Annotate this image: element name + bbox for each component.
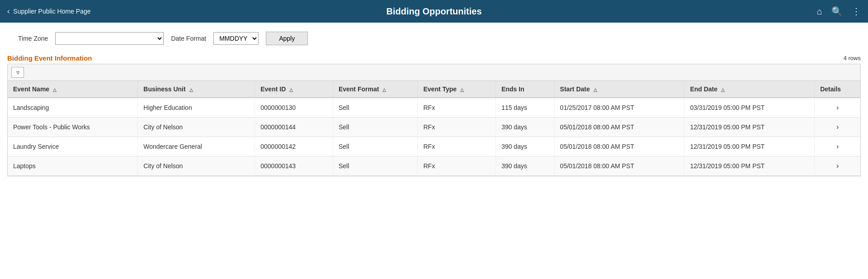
col-header-event-id[interactable]: Event ID △ xyxy=(255,81,333,98)
cell-end-date: 12/31/2019 05:00 PM PST xyxy=(684,156,815,176)
col-header-details: Details xyxy=(815,81,860,98)
timezone-select[interactable]: PST EST CST MST xyxy=(55,32,164,45)
cell-business-unit: City of Nelson xyxy=(138,118,255,137)
home-icon[interactable]: ⌂ xyxy=(817,6,822,17)
cell-event-type: RFx xyxy=(418,137,496,156)
cell-end-date: 03/31/2019 05:00 PM PST xyxy=(684,98,815,118)
sort-icon-start-date: △ xyxy=(594,87,597,92)
col-header-end-date[interactable]: End Date △ xyxy=(684,81,815,98)
dateformat-select[interactable]: MMDDYY DDMMYY YYMMDD xyxy=(213,32,259,45)
cell-start-date: 05/01/2018 08:00 AM PST xyxy=(554,118,684,137)
cell-event-format: Sell xyxy=(333,118,418,137)
sort-icon-end-date: △ xyxy=(721,87,725,92)
cell-ends-in: 390 days xyxy=(496,156,554,176)
details-arrow-icon[interactable]: › xyxy=(836,162,839,170)
cell-event-id: 0000000130 xyxy=(255,98,333,118)
col-header-event-format[interactable]: Event Format △ xyxy=(333,81,418,98)
back-nav[interactable]: ‹ Supplier Public Home Page xyxy=(7,7,91,15)
section-title: Bidding Event Information xyxy=(7,54,92,62)
sort-icon-event-name: △ xyxy=(53,87,57,92)
table-container: ▿ Event Name △ Business Unit △ Event ID … xyxy=(7,64,861,176)
sort-icon-business-unit: △ xyxy=(189,87,193,92)
details-arrow-icon[interactable]: › xyxy=(836,104,839,111)
table-header-row: Event Name △ Business Unit △ Event ID △ … xyxy=(8,81,860,98)
sort-icon-event-id: △ xyxy=(289,87,293,92)
cell-event-format: Sell xyxy=(333,137,418,156)
cell-event-id: 0000000142 xyxy=(255,137,333,156)
cell-end-date: 12/31/2019 05:00 PM PST xyxy=(684,137,815,156)
table-row: Laundry ServiceWondercare General0000000… xyxy=(8,137,860,156)
back-arrow-icon: ‹ xyxy=(7,7,9,15)
filter-icon: ▿ xyxy=(16,69,19,76)
cell-business-unit: Wondercare General xyxy=(138,137,255,156)
header-icons: ⌂ 🔍 ⋮ xyxy=(817,6,861,17)
back-label: Supplier Public Home Page xyxy=(13,8,90,15)
cell-ends-in: 390 days xyxy=(496,137,554,156)
details-arrow-icon[interactable]: › xyxy=(836,123,839,131)
timezone-label: Time Zone xyxy=(18,35,48,42)
details-arrow-icon[interactable]: › xyxy=(836,142,839,150)
page-title: Bidding Opportunities xyxy=(386,6,481,17)
cell-start-date: 05/01/2018 08:00 AM PST xyxy=(554,137,684,156)
table-row: LandscapingHigher Education0000000130Sel… xyxy=(8,98,860,118)
col-header-event-type[interactable]: Event Type △ xyxy=(418,81,496,98)
dateformat-label: Date Format xyxy=(171,35,206,42)
cell-details[interactable]: › xyxy=(815,118,860,137)
filter-row: ▿ xyxy=(8,64,860,81)
sort-icon-event-type: △ xyxy=(460,87,464,92)
cell-start-date: 05/01/2018 08:00 AM PST xyxy=(554,156,684,176)
cell-event-type: RFx xyxy=(418,118,496,137)
cell-event-name: Power Tools - Public Works xyxy=(8,118,138,137)
cell-event-type: RFx xyxy=(418,156,496,176)
cell-start-date: 01/25/2017 08:00 AM PST xyxy=(554,98,684,118)
cell-details[interactable]: › xyxy=(815,137,860,156)
cell-details[interactable]: › xyxy=(815,156,860,176)
search-icon[interactable]: 🔍 xyxy=(831,6,843,17)
toolbar: Time Zone PST EST CST MST Date Format MM… xyxy=(0,23,868,52)
cell-event-format: Sell xyxy=(333,98,418,118)
header: ‹ Supplier Public Home Page Bidding Oppo… xyxy=(0,0,868,23)
row-count: 4 rows xyxy=(844,55,861,61)
more-menu-icon[interactable]: ⋮ xyxy=(852,6,861,17)
bidding-table: Event Name △ Business Unit △ Event ID △ … xyxy=(8,81,860,176)
cell-event-id: 0000000144 xyxy=(255,118,333,137)
cell-end-date: 12/31/2019 05:00 PM PST xyxy=(684,118,815,137)
cell-event-format: Sell xyxy=(333,156,418,176)
cell-event-name: Landscaping xyxy=(8,98,138,118)
col-header-ends-in: Ends In xyxy=(496,81,554,98)
cell-business-unit: Higher Education xyxy=(138,98,255,118)
cell-event-type: RFx xyxy=(418,98,496,118)
apply-button[interactable]: Apply xyxy=(266,32,308,45)
cell-details[interactable]: › xyxy=(815,98,860,118)
cell-ends-in: 390 days xyxy=(496,118,554,137)
cell-business-unit: City of Nelson xyxy=(138,156,255,176)
col-header-event-name[interactable]: Event Name △ xyxy=(8,81,138,98)
filter-button[interactable]: ▿ xyxy=(11,67,24,78)
table-row: Power Tools - Public WorksCity of Nelson… xyxy=(8,118,860,137)
cell-event-id: 0000000143 xyxy=(255,156,333,176)
table-row: LaptopsCity of Nelson0000000143SellRFx39… xyxy=(8,156,860,176)
cell-ends-in: 115 days xyxy=(496,98,554,118)
col-header-business-unit[interactable]: Business Unit △ xyxy=(138,81,255,98)
sort-icon-event-format: △ xyxy=(382,87,386,92)
cell-event-name: Laptops xyxy=(8,156,138,176)
section-header: Bidding Event Information 4 rows xyxy=(0,52,868,64)
col-header-start-date[interactable]: Start Date △ xyxy=(554,81,684,98)
cell-event-name: Laundry Service xyxy=(8,137,138,156)
